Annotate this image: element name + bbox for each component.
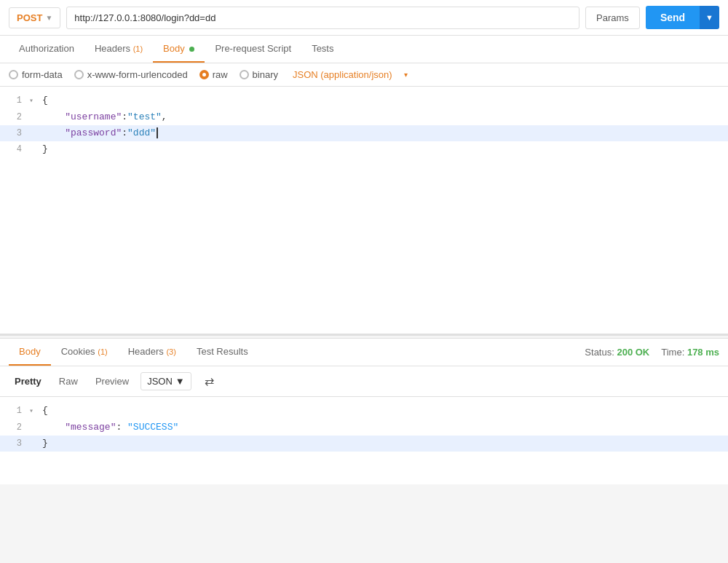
send-button[interactable]: Send [646,6,700,29]
resp-line-1: 1 ▾ { [0,403,728,420]
body-type-raw[interactable]: raw [199,69,228,80]
radio-raw [199,70,209,79]
resp-cookies-badge: (1) [98,347,107,356]
top-bar: POST ▼ Params Send ▼ [0,0,728,36]
radio-binary [240,70,249,79]
request-code-editor[interactable]: 1 ▾ { 2 "username":"test", 3 "password":… [0,87,728,334]
req-linenum-1: 1 [0,92,29,109]
format-preview[interactable]: Preview [90,373,135,390]
response-code-editor: 1 ▾ { 2 "message": "SUCCESS" 3 } [0,397,728,484]
resp-line-3: 3 } [0,436,728,452]
radio-form-data [9,70,18,79]
resp-tab-body[interactable]: Body [9,339,51,366]
req-line-1: 1 ▾ { [0,92,728,109]
send-dropdown-button[interactable]: ▼ [700,6,719,29]
radio-urlencoded [74,70,84,79]
req-line-2: 2 "username":"test", [0,109,728,125]
tab-tests[interactable]: Tests [301,36,344,63]
params-button[interactable]: Params [585,7,640,29]
method-chevron-icon: ▼ [45,14,52,22]
status-label: Status: [585,347,614,358]
json-type-selector[interactable]: JSON (application/json) [293,69,392,80]
req-toggle-1[interactable]: ▾ [29,93,39,109]
time-value: 178 ms [687,347,719,358]
format-raw[interactable]: Raw [53,373,84,390]
response-tab-bar: Body Cookies (1) Headers (3) Test Result… [0,339,728,366]
resp-tab-headers[interactable]: Headers (3) [118,339,186,366]
response-meta: Status: 200 OK Time: 178 ms [585,339,719,365]
format-bar: Pretty Raw Preview JSON ▼ ⇄ [0,366,728,397]
req-linenum-3: 3 [0,125,29,141]
body-type-form-data[interactable]: form-data [9,69,63,80]
resp-toggle-1[interactable]: ▾ [29,403,39,420]
time-label: Time: [661,347,684,358]
format-type-label: JSON [147,376,173,387]
tab-body[interactable]: Body [153,36,205,63]
resp-headers-badge: (3) [166,347,175,356]
format-type-chevron-icon: ▼ [175,376,185,387]
format-pretty[interactable]: Pretty [9,373,47,390]
req-line-4: 4 } [0,141,728,157]
tab-authorization[interactable]: Authorization [9,36,84,63]
request-tab-bar: Authorization Headers (1) Body Pre-reque… [0,36,728,63]
tab-headers[interactable]: Headers (1) [84,36,153,63]
method-label: POST [17,12,42,23]
resp-tab-cookies[interactable]: Cookies (1) [51,339,118,366]
body-type-urlencoded[interactable]: x-www-form-urlencoded [74,69,188,80]
req-line-3: 3 "password":"ddd"​ [0,125,728,141]
wrap-button[interactable]: ⇄ [200,373,218,390]
body-type-bar: form-data x-www-form-urlencoded raw bina… [0,63,728,87]
resp-linenum-1: 1 [0,403,29,419]
method-selector[interactable]: POST ▼ [9,7,60,28]
tab-pre-request-script[interactable]: Pre-request Script [205,36,301,63]
resp-tab-test-results[interactable]: Test Results [186,339,258,366]
resp-line-2: 2 "message": "SUCCESS" [0,420,728,436]
headers-badge: (1) [133,44,143,53]
body-active-dot [189,47,194,52]
status-value: 200 OK [617,347,649,358]
url-input[interactable] [66,7,579,29]
send-btn-wrapper: Send ▼ [646,6,719,29]
req-linenum-4: 4 [0,141,29,157]
req-linenum-2: 2 [0,109,29,125]
resp-linenum-2: 2 [0,420,29,436]
resp-linenum-3: 3 [0,436,29,452]
format-type-select[interactable]: JSON ▼ [141,372,191,390]
json-type-chevron-icon[interactable]: ▾ [404,71,408,79]
body-type-binary[interactable]: binary [240,69,278,80]
